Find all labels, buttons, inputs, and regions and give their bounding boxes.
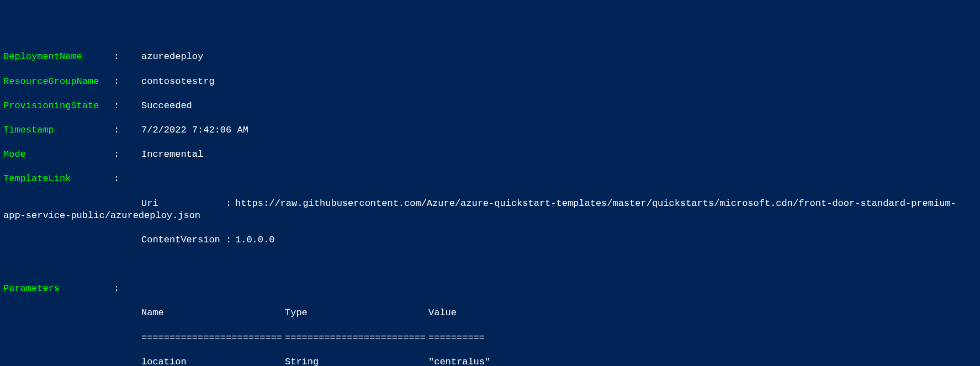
colon: : [114, 100, 141, 112]
property-row: DeploymentName:azuredeploy [3, 51, 977, 63]
property-row: ProvisioningState:Succeeded [3, 100, 977, 112]
cell-value: "centralus" [428, 356, 490, 366]
property-key: ResourceGroupName [3, 76, 114, 88]
colon: : [114, 124, 141, 136]
colon: : [114, 76, 141, 88]
colon: : [114, 51, 141, 63]
table-header: NameTypeValue [3, 307, 977, 319]
property-value: Succeeded [141, 100, 192, 111]
divider: ========================= [285, 332, 428, 344]
cell-type: String [285, 356, 428, 366]
terminal-output: DeploymentName:azuredeploy ResourceGroup… [3, 39, 977, 366]
template-link-cv: ContentVersion : 1.0.0.0 [3, 234, 977, 246]
parameters-section: Parameters: [3, 283, 977, 295]
property-row: ResourceGroupName:contosotestrg [3, 76, 977, 88]
property-row: Timestamp:7/2/2022 7:42:06 AM [3, 124, 977, 136]
property-value: contosotestrg [141, 76, 215, 87]
blank-line [3, 258, 977, 270]
property-key: ProvisioningState [3, 100, 114, 112]
property-key: Timestamp [3, 124, 114, 136]
property-key: Mode [3, 148, 114, 161]
property-key: Parameters [3, 283, 114, 295]
table-divider: ========================================… [3, 332, 977, 344]
uri-key: Uri : [141, 198, 235, 210]
colon: : [114, 173, 141, 185]
cell-name: location [141, 356, 285, 366]
property-row: Mode:Incremental [3, 148, 977, 161]
header-name: Name [141, 307, 285, 319]
divider: ========== [428, 332, 485, 344]
header-type: Type [285, 307, 428, 319]
property-key: TemplateLink [3, 173, 114, 185]
property-value: 7/2/2022 7:42:06 AM [141, 125, 248, 135]
template-link-row: TemplateLink: [3, 173, 977, 185]
divider: ========================= [141, 332, 285, 344]
property-key: DeploymentName [3, 51, 114, 63]
colon: : [114, 283, 141, 295]
cv-value: 1.0.0.0 [235, 235, 274, 245]
cv-key: ContentVersion : [141, 234, 235, 246]
table-row: locationString"centralus" [3, 356, 977, 366]
property-value: Incremental [141, 149, 203, 160]
colon: : [114, 148, 141, 161]
template-link-uri: Uri : https://raw.githubusercontent.com/… [3, 198, 977, 222]
property-value: azuredeploy [141, 51, 203, 62]
header-value: Value [428, 307, 457, 319]
